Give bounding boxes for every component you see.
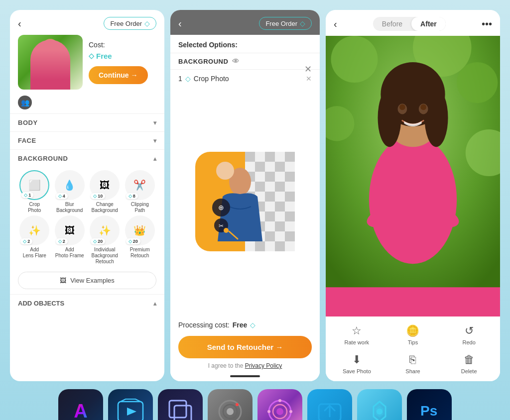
- bg-item-crop[interactable]: ⬜ ◇ 1 CropPhoto: [18, 170, 51, 213]
- free-order-badge-left[interactable]: Free Order ◇: [104, 17, 156, 30]
- svg-rect-21: [275, 182, 285, 192]
- app-icon-export[interactable]: [307, 389, 352, 420]
- svg-rect-6: [275, 152, 285, 162]
- delete-icon: 🗑: [464, 353, 475, 366]
- avatar-icon: 👥: [18, 96, 32, 109]
- privacy-text: I agree to the Privacy Policy: [170, 362, 320, 375]
- share-button[interactable]: ⎘ Share: [386, 350, 440, 377]
- app-icon-remini[interactable]: [357, 389, 402, 420]
- clip-badge: ◇ 8: [126, 193, 138, 199]
- photo-display: [326, 36, 500, 316]
- rate-work-button[interactable]: ☆ Rate work: [330, 321, 384, 348]
- view-examples-icon: 🖼: [60, 277, 66, 284]
- svg-rect-47: [285, 231, 295, 241]
- svg-rect-32: [285, 202, 295, 211]
- add-objects-section[interactable]: ADD OBJECTS ▴: [10, 294, 164, 312]
- svg-point-54: [216, 162, 234, 180]
- svg-point-94: [278, 399, 281, 402]
- svg-rect-25: [265, 192, 275, 202]
- before-after-toggle: Before After: [373, 17, 446, 31]
- app-icon-photoshop[interactable]: Ps: [407, 389, 452, 420]
- change-badge-count: 10: [98, 194, 103, 199]
- svg-rect-22: [285, 182, 295, 192]
- svg-point-66: [369, 135, 457, 264]
- rate-work-icon: ☆: [352, 324, 362, 337]
- frame-label: AddPhoto Frame: [55, 247, 84, 259]
- body-section-header[interactable]: BODY ▾: [10, 114, 164, 131]
- svg-point-93: [276, 408, 283, 415]
- save-photo-button[interactable]: ⬇ Save Photo: [330, 350, 384, 377]
- rate-work-label: Rate work: [345, 339, 370, 345]
- svg-rect-12: [285, 162, 295, 172]
- back-arrow-right[interactable]: ‹: [334, 18, 337, 30]
- save-photo-icon: ⬇: [352, 353, 361, 366]
- more-options-icon[interactable]: •••: [482, 18, 492, 30]
- app-icon-screenium[interactable]: [257, 389, 302, 420]
- svg-rect-5: [265, 152, 275, 162]
- before-toggle-btn[interactable]: Before: [373, 17, 411, 31]
- illustration-area: ⊕ ✂: [170, 88, 320, 315]
- individual-label: IndividualBackgroundRetouch: [92, 247, 118, 265]
- change-badge-diamond: ◇: [93, 194, 97, 199]
- bg-item-blur[interactable]: 💧 ◇ 4 BlurBackground: [53, 170, 87, 213]
- individual-badge-count: 20: [98, 239, 103, 244]
- eye-icon-mid[interactable]: 👁: [232, 57, 240, 65]
- svg-rect-31: [275, 202, 285, 211]
- privacy-policy-link[interactable]: Privacy Policy: [245, 362, 282, 369]
- crop-badge-count: 1: [28, 193, 31, 198]
- clip-badge-diamond: ◇: [128, 194, 132, 199]
- view-examples-button[interactable]: 🖼 View Examples: [18, 272, 156, 289]
- flare-icon: ✨: [28, 224, 41, 236]
- app-icon-camera[interactable]: [208, 389, 253, 420]
- redo-button[interactable]: ↺ Redo: [442, 321, 496, 348]
- cost-label: Cost:: [89, 41, 148, 49]
- tips-button[interactable]: 🪙 Tips: [386, 321, 440, 348]
- flare-badge-diamond: ◇: [23, 239, 26, 244]
- clip-badge-count: 8: [133, 194, 135, 199]
- left-panel: ‹ Free Order ◇ Cost: ◇ Free Continue → 👥: [10, 10, 164, 381]
- selected-options-label: Selected Options:: [170, 35, 320, 53]
- svg-rect-4: [255, 152, 265, 162]
- bg-item-premium[interactable]: 👑 ◇ 20 PremiumRetouch: [124, 215, 157, 265]
- after-toggle-btn[interactable]: After: [411, 17, 446, 31]
- slide-indicator: [170, 375, 320, 381]
- bg-item-flare[interactable]: ✨ ◇ 2 AddLens Flare: [18, 215, 51, 265]
- svg-rect-85: [169, 401, 186, 418]
- bg-item-clip[interactable]: ✂️ ◇ 8 ClippingPath: [124, 170, 157, 213]
- bg-item-frame[interactable]: 🖼 ◇ 2 AddPhoto Frame: [53, 215, 87, 265]
- cost-value: ◇ Free: [89, 52, 148, 60]
- delete-button[interactable]: 🗑 Delete: [442, 350, 496, 377]
- svg-rect-14: [255, 172, 265, 182]
- background-section-header[interactable]: BACKGROUND ▴: [10, 150, 164, 167]
- app-icon-crop-tool[interactable]: [158, 389, 203, 420]
- svg-marker-84: [127, 408, 136, 416]
- action-buttons-bottom: ☆ Rate work 🪙 Tips ↺ Redo ⬇ Save Photo ⎘…: [326, 316, 500, 381]
- close-button-mid[interactable]: ✕: [304, 64, 312, 75]
- back-arrow-left[interactable]: ‹: [18, 18, 21, 29]
- photo-cost-row: Cost: ◇ Free Continue →: [10, 35, 164, 96]
- left-panel-header: ‹ Free Order ◇: [10, 10, 164, 35]
- bg-section-label-mid: BACKGROUND: [178, 58, 228, 65]
- svg-rect-19: [255, 182, 265, 192]
- svg-point-63: [457, 62, 498, 103]
- diamond-icon-mid: ◇: [300, 19, 305, 27]
- app-icon-artstudio[interactable]: A: [58, 389, 103, 420]
- blur-icon: 💧: [63, 179, 76, 191]
- continue-button[interactable]: Continue →: [89, 66, 148, 84]
- svg-text:✂: ✂: [219, 222, 224, 229]
- send-to-retoucher-button[interactable]: Send to Retoucher →: [178, 336, 312, 358]
- bg-item-change[interactable]: 🖼 ◇ 10 ChangeBackground: [88, 170, 122, 213]
- face-chevron: ▾: [153, 137, 157, 144]
- crop-close-mid[interactable]: ✕: [306, 75, 312, 83]
- svg-rect-40: [265, 221, 275, 231]
- svg-rect-17: [285, 172, 295, 182]
- svg-rect-46: [275, 231, 285, 241]
- share-icon: ⎘: [409, 353, 416, 366]
- face-section-header[interactable]: FACE ▾: [10, 132, 164, 149]
- free-order-badge-mid[interactable]: Free Order ◇: [259, 17, 312, 30]
- bg-item-individual[interactable]: ✨ ◇ 20 IndividualBackgroundRetouch: [88, 215, 122, 265]
- svg-rect-48: [245, 241, 255, 251]
- back-arrow-mid[interactable]: ‹: [178, 18, 182, 29]
- app-icon-video-editor[interactable]: [108, 389, 153, 420]
- svg-rect-37: [285, 211, 295, 221]
